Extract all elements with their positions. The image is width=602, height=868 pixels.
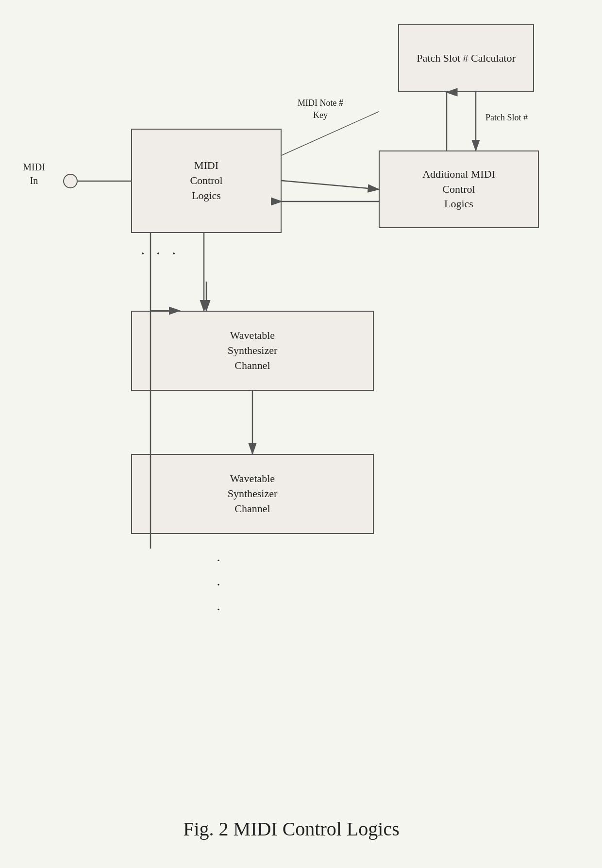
additional-midi-box: Additional MIDIControlLogics [379, 150, 539, 228]
dots-bottom: ··· [204, 549, 233, 622]
wavetable-synth-2-box: WavetableSynthesizerChannel [131, 454, 374, 534]
patch-slot-calculator-box: Patch Slot # Calculator [398, 24, 534, 92]
wavetable-synth-2-label: WavetableSynthesizerChannel [228, 471, 278, 516]
midi-control-logics-box: MIDIControlLogics [131, 129, 282, 233]
midi-in-circle [63, 174, 78, 188]
patch-slot-label: Patch Slot # [485, 112, 549, 124]
midi-note-key-label: MIDI Note #Key [282, 97, 359, 121]
svg-line-9 [282, 181, 379, 189]
wavetable-synth-1-label: WavetableSynthesizerChannel [228, 328, 278, 373]
diagram-container: Patch Slot # Calculator Additional MIDIC… [0, 0, 602, 868]
dots-top: · · · [131, 243, 189, 265]
additional-midi-label: Additional MIDIControlLogics [422, 167, 495, 212]
arrows-svg [0, 0, 602, 868]
midi-control-logics-label: MIDIControlLogics [190, 158, 222, 203]
wavetable-synth-1-box: WavetableSynthesizerChannel [131, 311, 374, 391]
figure-caption: Fig. 2 MIDI Control Logics [97, 816, 485, 843]
midi-in-label: MIDIIn [15, 160, 53, 187]
patch-slot-calculator-label: Patch Slot # Calculator [417, 51, 515, 66]
